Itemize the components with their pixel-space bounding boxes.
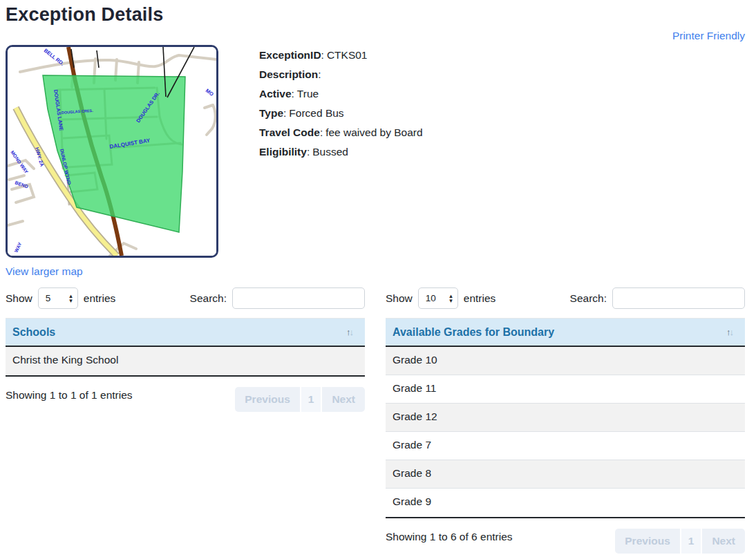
page-1-button[interactable]: 1 [301, 387, 321, 412]
detail-label: Type [259, 107, 283, 119]
detail-value: Forced Bus [289, 107, 343, 119]
page: Exception Details Printer Friendly [0, 0, 756, 554]
grades-table-body: Grade 10 Grade 11 Grade 12 Grade 7 Grade… [386, 347, 745, 518]
search-label: Search: [190, 292, 227, 305]
previous-button[interactable]: Previous [615, 529, 679, 554]
detail-exception-id: ExceptionID:CTKS01 [259, 46, 423, 65]
table-row: Grade 10 [386, 347, 745, 375]
printer-friendly-link[interactable]: Printer Friendly [672, 30, 745, 41]
detail-active: Active:True [259, 84, 423, 104]
grades-controls: Show 10 ▴▾ entries Search: [386, 287, 745, 309]
grades-page-size-select[interactable]: 10 ▴▾ [418, 287, 458, 309]
schools-info-text: Showing 1 to 1 of 1 entries [6, 387, 133, 402]
schools-table-body: Christ the King School [6, 347, 365, 377]
colon: : [307, 146, 310, 158]
schools-table-panel: Show 5 ▴▾ entries Search: Schools [6, 281, 365, 554]
select-arrows-icon: ▴▾ [449, 294, 453, 303]
grades-length-control: Show 10 ▴▾ entries [386, 287, 495, 309]
table-row: Grade 8 [386, 460, 745, 489]
schools-pagination: Previous 1 Next [235, 387, 365, 412]
schools-header-label: Schools [12, 326, 55, 339]
printer-friendly-row: Printer Friendly [6, 27, 745, 45]
detail-value: True [297, 88, 319, 100]
schools-header-cell[interactable]: Schools ↑↓ [6, 318, 365, 347]
schools-search-input[interactable] [232, 287, 365, 309]
entries-label: entries [84, 292, 116, 305]
grades-footer: Showing 1 to 6 of 6 entries Previous 1 N… [386, 529, 745, 554]
detail-label: ExceptionID [259, 49, 321, 61]
tables-section: Show 5 ▴▾ entries Search: Schools [6, 281, 745, 554]
colon: : [318, 68, 321, 80]
grades-search-input[interactable] [612, 287, 745, 309]
grades-table: Available Grades for Boundary ↑↓ Grade 1… [386, 318, 745, 518]
schools-length-control: Show 5 ▴▾ entries [6, 287, 115, 309]
grades-pagination: Previous 1 Next [615, 529, 745, 554]
top-section: BELL RD. DOUGLAS LANE DOUGLAS CRES. DOUG… [6, 45, 745, 278]
detail-label: Active [259, 88, 292, 100]
table-row: Grade 7 [386, 432, 745, 460]
table-row: Christ the King School [6, 347, 365, 375]
detail-description: Description: [259, 65, 423, 84]
schools-page-size-select[interactable]: 5 ▴▾ [38, 287, 78, 309]
next-button[interactable]: Next [702, 529, 745, 554]
previous-button[interactable]: Previous [235, 387, 299, 412]
grades-info-text: Showing 1 to 6 of 6 entries [386, 529, 513, 543]
show-label: Show [386, 292, 413, 305]
detail-label: Description [259, 68, 318, 80]
select-arrows-icon: ▴▾ [69, 294, 73, 303]
table-row: Grade 12 [386, 404, 745, 432]
detail-label: Eligibility [259, 146, 307, 158]
grades-table-panel: Show 10 ▴▾ entries Search: Availabl [386, 281, 745, 554]
table-row: Grade 11 [386, 375, 745, 404]
detail-value: fee waived by Board [325, 126, 422, 138]
schools-search-control: Search: [190, 287, 365, 309]
colon: : [292, 88, 294, 100]
exception-details-list: ExceptionID:CTKS01 Description: Active:T… [259, 45, 423, 162]
search-label: Search: [570, 292, 607, 305]
detail-type: Type:Forced Bus [259, 104, 423, 123]
detail-value: Bussed [312, 146, 348, 158]
colon: : [320, 126, 323, 138]
entries-label: entries [464, 292, 496, 305]
page-size-value: 10 [426, 293, 436, 303]
schools-table: Schools ↑↓ Christ the King School [6, 318, 365, 377]
detail-travel-code: Travel Code:fee waived by Board [259, 123, 423, 142]
boundary-map-svg: BELL RD. DOUGLAS LANE DOUGLAS CRES. DOUG… [8, 47, 216, 256]
page-1-button[interactable]: 1 [681, 529, 701, 554]
table-row: Grade 9 [386, 489, 745, 517]
schools-controls: Show 5 ▴▾ entries Search: [6, 287, 365, 309]
next-button[interactable]: Next [322, 387, 365, 412]
grades-search-control: Search: [570, 287, 745, 309]
colon: : [283, 107, 286, 119]
show-label: Show [6, 292, 32, 305]
page-title: Exception Details [6, 4, 745, 26]
detail-eligibility: Eligibility:Bussed [259, 142, 423, 162]
schools-footer: Showing 1 to 1 of 1 entries Previous 1 N… [6, 387, 365, 412]
boundary-map-thumbnail: BELL RD. DOUGLAS LANE DOUGLAS CRES. DOUG… [6, 45, 218, 258]
grades-header-cell[interactable]: Available Grades for Boundary ↑↓ [386, 318, 745, 347]
page-size-value: 5 [46, 293, 51, 303]
grades-header-label: Available Grades for Boundary [393, 326, 554, 339]
detail-label: Travel Code [259, 126, 320, 138]
sort-icon[interactable]: ↑↓ [726, 327, 738, 337]
view-larger-map-link[interactable]: View larger map [6, 265, 83, 278]
detail-value: CTKS01 [327, 49, 368, 61]
colon: : [321, 49, 324, 61]
sort-icon[interactable]: ↑↓ [346, 327, 358, 337]
map-column: BELL RD. DOUGLAS LANE DOUGLAS CRES. DOUG… [6, 45, 218, 278]
